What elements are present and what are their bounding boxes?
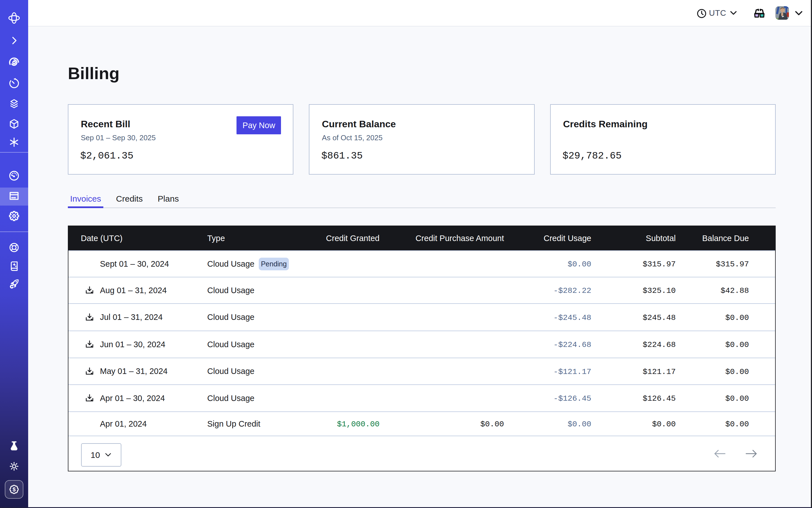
svg-text:$: $ bbox=[12, 486, 15, 493]
